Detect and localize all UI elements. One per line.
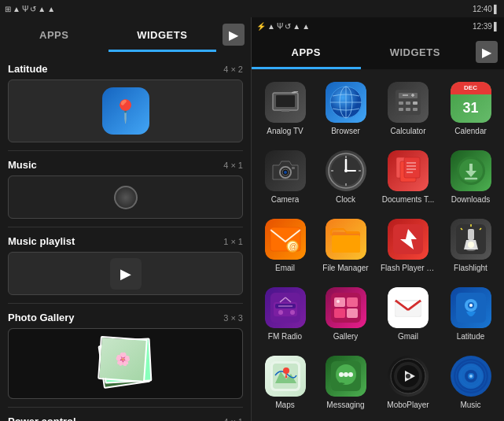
clock-icon <box>326 150 366 191</box>
app-item-music[interactable]: Music <box>442 349 499 415</box>
svg-point-90 <box>348 372 353 377</box>
app-icon-maps <box>265 356 306 397</box>
wifi-icon-right: ▲ <box>267 22 275 31</box>
app-item-flashplayer[interactable]: Flash Player S... <box>377 212 439 278</box>
widget-music[interactable]: Music 4 × 1 <box>0 154 251 223</box>
app-icon-latitude <box>451 287 491 328</box>
app-item-analog-tv[interactable]: Analog TV <box>256 76 314 141</box>
divider-1 <box>8 150 243 151</box>
latitude-icon <box>451 287 491 328</box>
photo-stack: 🌸 <box>94 336 157 391</box>
app-item-fmradio[interactable]: FM Radio <box>256 281 314 346</box>
analog-tv-icon <box>265 82 306 123</box>
app-icon-moboplayer <box>388 356 429 397</box>
battery-charging-icon: ⚡ <box>256 22 266 31</box>
widget-size-playlist: 1 × 1 <box>223 237 243 246</box>
alert2-icon-right: ▲ <box>302 22 310 31</box>
app-item-maps[interactable]: Maps <box>256 349 314 415</box>
svg-point-55 <box>466 248 476 251</box>
calendar-body: 31 <box>462 94 478 123</box>
app-icon-browser <box>326 82 366 123</box>
svg-rect-15 <box>399 108 403 111</box>
app-label-clock: Clock <box>336 195 355 205</box>
app-label-downloads: Downloads <box>451 195 490 205</box>
app-icon-email: @ <box>265 219 306 260</box>
right-store-button[interactable]: ▶ <box>469 35 504 69</box>
app-label-fmradio: FM Radio <box>268 332 302 342</box>
svg-point-64 <box>290 310 295 315</box>
app-icon-analog-tv <box>265 82 306 123</box>
alert-icon-right: ▲ <box>292 22 300 31</box>
svg-rect-16 <box>406 108 410 111</box>
right-time: 12:39 <box>473 22 492 31</box>
app-item-downloads[interactable]: Downloads <box>442 144 499 209</box>
app-item-latitude[interactable]: Latitude <box>442 281 499 346</box>
svg-rect-12 <box>399 102 403 105</box>
app-item-gallery[interactable]: Gallery <box>317 281 374 346</box>
app-label-documents: Documents T... <box>382 195 435 205</box>
widget-photogallery[interactable]: Photo Gallery 3 × 3 🌸 <box>0 307 251 404</box>
latitude-preview-icon: 📍 <box>102 87 149 135</box>
gmail-icon <box>388 287 429 328</box>
playlist-play-btn[interactable]: ▶ <box>110 258 142 290</box>
widget-playlist[interactable]: Music playlist 1 × 1 ▶ <box>0 231 251 300</box>
svg-point-56 <box>468 242 474 248</box>
app-item-documents[interactable]: Documents T... <box>377 144 439 209</box>
svg-rect-71 <box>334 308 345 318</box>
app-item-calculator[interactable]: Calculator <box>377 76 439 141</box>
calendar-header: DEC <box>451 82 491 94</box>
app-item-filemanager[interactable]: File Manager <box>317 212 374 278</box>
app-icon-documents <box>388 150 429 191</box>
widget-latitude[interactable]: Latitude 4 × 2 📍 <box>0 58 251 147</box>
app-item-moboplayer[interactable]: MoboPlayer <box>377 349 439 415</box>
app-icon-gallery <box>326 287 366 328</box>
app-item-clock[interactable]: Clock <box>317 144 374 209</box>
left-status-icons: ⊞ ▲ Ψ ↺ ▲ ▲ <box>5 5 55 13</box>
divider-4 <box>8 407 243 408</box>
right-tab-bar: APPS WIDGETS ▶ <box>252 35 504 69</box>
left-scroll-area[interactable]: Latitude 4 × 2 📍 Music 4 × 1 <box>0 52 251 421</box>
svg-point-95 <box>406 374 410 379</box>
app-item-email[interactable]: @ Email <box>256 212 314 278</box>
app-item-flashlight[interactable]: Flashlight <box>442 212 499 278</box>
app-icon-flashlight <box>451 219 491 260</box>
svg-point-100 <box>469 375 473 378</box>
app-item-browser[interactable]: Browser <box>317 76 374 141</box>
svg-rect-24 <box>292 167 295 169</box>
app-item-camera[interactable]: Camera <box>256 144 314 209</box>
main-content: APPS WIDGETS ▶ Latitude 4 × 2 📍 <box>0 17 504 421</box>
maps-icon <box>265 356 306 397</box>
left-store-button[interactable]: ▶ <box>216 17 251 52</box>
documents-icon <box>388 150 429 191</box>
filemanager-icon <box>326 219 366 260</box>
widget-name-photogallery: Photo Gallery <box>8 312 75 323</box>
tab-apps-right[interactable]: APPS <box>252 35 361 69</box>
widget-preview-music[interactable] <box>8 175 243 219</box>
widget-preview-photogallery[interactable]: 🌸 <box>8 328 243 399</box>
app-item-calendar[interactable]: DEC 31 Calendar <box>442 76 499 141</box>
photogallery-content: 🌸 <box>9 329 242 398</box>
svg-point-85 <box>285 376 287 379</box>
svg-point-88 <box>339 372 344 377</box>
browser-icon <box>326 82 366 123</box>
tab-widgets-left[interactable]: WIDGETS <box>109 17 217 52</box>
widget-preview-latitude[interactable]: 📍 <box>8 79 243 142</box>
svg-text:@: @ <box>289 242 297 251</box>
left-time: 12:40 <box>473 5 492 13</box>
photo-card-3: 🌸 <box>97 336 148 382</box>
app-label-gmail: Gmail <box>398 332 418 342</box>
right-scroll-area[interactable]: Analog TV <box>252 69 504 421</box>
widget-preview-playlist[interactable]: ▶ <box>8 252 243 295</box>
music-knob <box>114 186 138 209</box>
svg-rect-2 <box>281 110 289 112</box>
usb-icon: Ψ <box>22 5 28 13</box>
left-status-right: 12:40 ▌ <box>473 5 499 13</box>
widget-size-music: 4 × 1 <box>223 161 243 170</box>
tab-widgets-right[interactable]: WIDGETS <box>361 35 470 69</box>
widget-powercontrol[interactable]: Power control 4 × 1 📶 ◈ ✛ ↺ ☀ <box>0 411 251 421</box>
app-item-messaging[interactable]: Messaging <box>317 349 374 415</box>
svg-point-81 <box>469 304 473 307</box>
tab-apps-left[interactable]: APPS <box>0 17 109 52</box>
app-icon-flashplayer <box>388 219 429 260</box>
app-item-gmail[interactable]: Gmail <box>377 281 439 346</box>
